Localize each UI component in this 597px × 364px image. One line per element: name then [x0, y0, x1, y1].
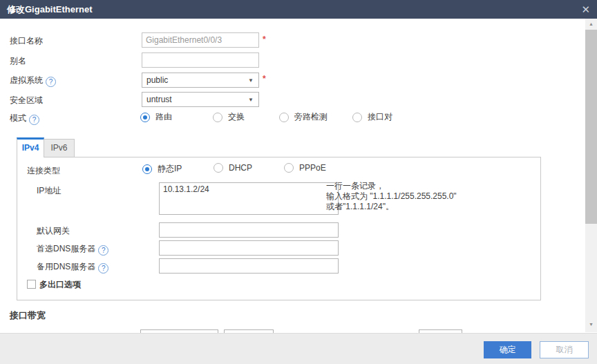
ok-button[interactable]: 确定 [484, 341, 531, 358]
interface-name-input [142, 32, 259, 48]
secondary-dns-label-text: 备用DNS服务器 [37, 262, 95, 271]
connection-type-option-label: 静态IP [158, 163, 182, 175]
connection-type-radio-pppoe[interactable]: PPPoE [284, 163, 326, 173]
virtual-system-required-mark: * [263, 74, 266, 84]
mode-radio-interface-pair[interactable]: 接口对 [352, 111, 392, 123]
alias-input[interactable] [142, 52, 259, 68]
connection-type-option-label: DHCP [229, 163, 252, 173]
virtual-system-label-text: 虚拟系统 [10, 75, 43, 85]
radio-unselected-icon [352, 113, 362, 122]
virtual-system-value: public [146, 75, 168, 85]
scroll-up-icon[interactable]: ▲ [585, 19, 597, 29]
radio-unselected-icon [214, 163, 223, 173]
primary-dns-label-text: 首选DNS服务器 [37, 244, 95, 253]
mode-option-label: 接口对 [368, 111, 392, 123]
help-icon[interactable]: ? [98, 263, 108, 274]
ip-hint-line: 一行一条记录， [326, 181, 457, 191]
interface-name-label: 接口名称 [10, 35, 43, 47]
connection-type-label: 连接类型 [27, 165, 60, 177]
dialog-footer: 确定 取消 [0, 333, 597, 364]
help-icon[interactable]: ? [98, 245, 108, 256]
cancel-button[interactable]: 取消 [540, 341, 589, 358]
scrollbar-thumb[interactable] [585, 30, 597, 224]
ip-hint-line: 或者"1.1.1.1/24"。 [326, 202, 457, 212]
mode-option-label: 路由 [155, 111, 172, 123]
mode-label-text: 模式 [10, 113, 26, 123]
bandwidth-section-title: 接口带宽 [10, 309, 46, 322]
mode-option-label: 交换 [228, 111, 245, 123]
help-icon[interactable]: ? [46, 77, 56, 87]
ip-hint-line: 输入格式为 "1.1.1.1/255.255.255.0" [326, 191, 457, 202]
secondary-dns-input[interactable] [159, 258, 339, 274]
mode-radio-switch[interactable]: 交换 [213, 111, 245, 123]
radio-selected-icon [140, 113, 150, 122]
help-icon[interactable]: ? [29, 115, 39, 125]
ipv4-panel: 连接类型 静态IP DHCP PPPoE IP地址 10.13.1.2/24 一… [17, 157, 541, 300]
modify-interface-dialog: 修改GigabitEthernet ✕ 接口名称 * 别名 虚拟系统? publ… [0, 0, 597, 364]
mode-radio-bypass[interactable]: 旁路检测 [279, 111, 328, 123]
connection-type-radio-static-ip[interactable]: 静态IP [142, 163, 182, 175]
multi-exit-checkbox[interactable] [27, 280, 36, 289]
security-zone-select[interactable]: untrust ▼ [142, 92, 259, 107]
secondary-dns-label: 备用DNS服务器? [37, 261, 108, 274]
radio-selected-icon [142, 164, 152, 174]
scrollbar[interactable]: ▲ ▼ [585, 19, 597, 332]
virtual-system-select[interactable]: public ▼ [142, 73, 259, 88]
dropdown-arrow-icon: ▼ [248, 77, 254, 84]
default-gateway-label: 默认网关 [37, 225, 70, 237]
ip-address-label: IP地址 [37, 185, 61, 197]
mode-label: 模式? [10, 113, 39, 125]
ip-address-textarea[interactable]: 10.13.1.2/24 [159, 182, 339, 215]
dialog-title: 修改GigabitEthernet [7, 0, 93, 19]
mode-option-label: 旁路检测 [294, 111, 328, 123]
connection-type-option-label: PPPoE [299, 163, 326, 173]
virtual-system-label: 虚拟系统? [10, 75, 56, 87]
default-gateway-input[interactable] [159, 222, 339, 238]
security-zone-value: untrust [146, 95, 172, 104]
alias-label: 别名 [10, 55, 26, 67]
radio-unselected-icon [213, 113, 222, 122]
tab-ipv6[interactable]: IPv6 [44, 139, 75, 157]
tab-ipv4[interactable]: IPv4 [17, 137, 44, 157]
close-icon[interactable]: ✕ [581, 0, 590, 19]
ip-address-hint: 一行一条记录， 输入格式为 "1.1.1.1/255.255.255.0" 或者… [326, 181, 457, 212]
radio-unselected-icon [284, 163, 294, 173]
mode-radio-route[interactable]: 路由 [140, 111, 172, 123]
radio-unselected-icon [279, 113, 289, 122]
security-zone-label: 安全区域 [10, 95, 43, 106]
primary-dns-label: 首选DNS服务器? [37, 243, 108, 256]
connection-type-radio-dhcp[interactable]: DHCP [214, 163, 252, 173]
scroll-down-icon[interactable]: ▼ [585, 319, 597, 329]
interface-name-required-mark: * [263, 35, 266, 44]
primary-dns-input[interactable] [159, 240, 339, 256]
dropdown-arrow-icon: ▼ [248, 97, 254, 103]
dialog-titlebar: 修改GigabitEthernet ✕ [0, 0, 597, 19]
multi-exit-label: 多出口选项 [39, 279, 81, 291]
